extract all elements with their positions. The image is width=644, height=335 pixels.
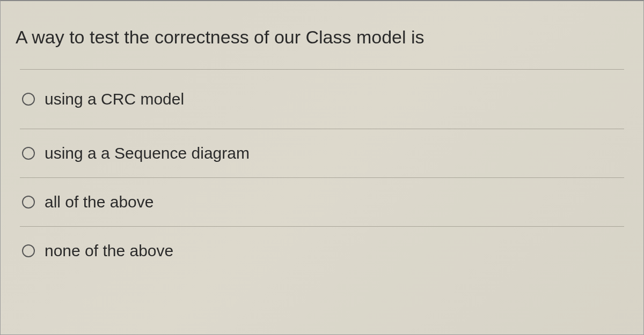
question-container: A way to test the correctness of our Cla… xyxy=(0,0,644,335)
option-row-1[interactable]: using a a Sequence diagram xyxy=(20,129,624,177)
radio-icon xyxy=(22,196,35,209)
option-row-2[interactable]: all of the above xyxy=(20,177,624,226)
option-label: none of the above xyxy=(45,242,173,260)
radio-icon xyxy=(22,93,35,106)
option-row-0[interactable]: using a CRC model xyxy=(20,69,624,129)
radio-icon xyxy=(22,244,35,257)
option-label: all of the above xyxy=(45,193,153,211)
question-text: A way to test the correctness of our Cla… xyxy=(1,1,643,69)
radio-icon xyxy=(22,147,35,160)
option-label: using a a Sequence diagram xyxy=(45,144,250,162)
option-label: using a CRC model xyxy=(45,90,184,108)
option-row-3[interactable]: none of the above xyxy=(20,226,624,275)
options-list: using a CRC model using a a Sequence dia… xyxy=(1,69,643,275)
